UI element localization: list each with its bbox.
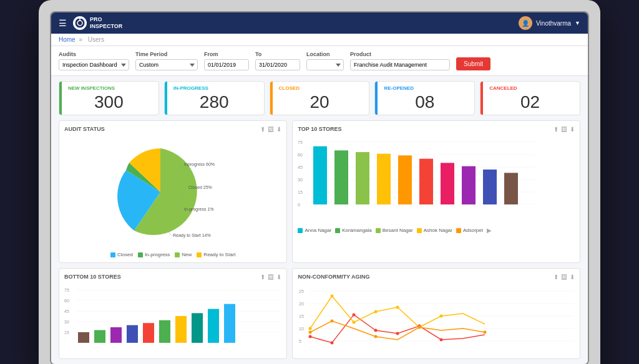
- from-filter: From: [204, 51, 249, 70]
- top10-legend: Anna Nagar Koramangala Besant Nagar Asho…: [298, 227, 575, 234]
- pie-chart-svg: Inprogress 60% Closed 25% In-progress 1%…: [92, 136, 254, 248]
- user-name-label: Vinothvarma: [536, 20, 571, 27]
- stat-title-in-progress: IN-PROGRESS: [170, 85, 259, 91]
- bottom10-title: BOTTOM 10 STORES: [64, 274, 281, 280]
- svg-text:15: 15: [64, 330, 69, 335]
- legend-closed-dot: [110, 252, 115, 257]
- top10-upload-icon[interactable]: ⬆: [554, 126, 559, 133]
- bottom10-download-icon[interactable]: ⬇: [276, 274, 281, 280]
- stat-card-re-opened: RE-OPENED 08: [374, 81, 475, 115]
- stat-title-canceled: CANCELED: [485, 85, 575, 91]
- svg-point-49: [440, 338, 443, 342]
- svg-point-52: [353, 321, 356, 324]
- stat-card-in-progress: IN-PROGRESS 280: [164, 81, 265, 115]
- bottom10-bar-2: [110, 327, 122, 343]
- legend-new-label: New: [182, 252, 192, 257]
- audit-status-title: AUDIT STATUS: [64, 126, 281, 132]
- location-label: Location: [306, 51, 344, 57]
- top10-bar-7: [462, 166, 476, 204]
- bottom10-upload-icon[interactable]: ⬆: [260, 274, 265, 280]
- nc-download-icon[interactable]: ⬇: [570, 274, 575, 280]
- product-label: Product: [350, 51, 450, 57]
- header-right: 👤 Vinothvarma ▼: [519, 16, 580, 30]
- stat-card-closed: CLOSED 20: [270, 81, 370, 115]
- svg-point-57: [309, 331, 312, 334]
- nc-image-icon[interactable]: 🖼: [561, 274, 567, 280]
- top10-bar-6: [441, 163, 454, 204]
- svg-text:30: 30: [298, 178, 303, 182]
- image-icon[interactable]: 🖼: [268, 126, 274, 133]
- svg-text:75: 75: [298, 140, 303, 145]
- svg-text:Ready to Start 14%: Ready to Start 14%: [173, 233, 211, 238]
- logo-text: PRO INSPECTOR: [90, 16, 122, 30]
- top10-download-icon[interactable]: ⬇: [570, 126, 575, 133]
- legend-inprogress-label: In-progress: [145, 252, 170, 257]
- breadcrumb-current: Users: [88, 36, 104, 43]
- svg-point-58: [331, 320, 334, 323]
- download-icon[interactable]: ⬇: [276, 126, 281, 133]
- stat-title-new-inspections: NEW INSPECTIONS: [64, 85, 154, 91]
- to-filter: To: [255, 51, 300, 70]
- svg-point-61: [484, 331, 487, 334]
- stat-value-re-opened: 08: [380, 93, 469, 111]
- location-filter: Location: [306, 51, 344, 70]
- bottom10-bar-1: [94, 330, 105, 343]
- stat-title-re-opened: RE-OPENED: [380, 85, 469, 91]
- filters-bar: Audits Inspection Dashboard Time Period …: [51, 46, 588, 76]
- legend-new: New: [175, 252, 192, 257]
- submit-button[interactable]: Submit: [456, 57, 490, 70]
- stat-value-new-inspections: 300: [64, 93, 154, 111]
- bottom10-bar-6: [175, 316, 187, 343]
- svg-point-43: [309, 335, 312, 338]
- svg-text:15: 15: [299, 314, 304, 318]
- stat-value-in-progress: 280: [170, 93, 259, 111]
- svg-point-51: [331, 295, 334, 298]
- nc-title: NON-CONFORMITY AGING: [298, 274, 575, 280]
- user-avatar: 👤: [519, 16, 532, 30]
- stats-row: NEW INSPECTIONS 300 IN-PROGRESS 280 CLOS…: [51, 76, 588, 120]
- time-period-select[interactable]: Custom: [135, 59, 198, 70]
- legend-ready-dot: [197, 252, 202, 257]
- pie-chart-container: Inprogress 60% Closed 25% In-progress 1%…: [64, 136, 281, 257]
- nc-upload-icon[interactable]: ⬆: [554, 274, 559, 280]
- product-input[interactable]: [350, 59, 450, 70]
- bottom10-bar-0: [78, 332, 89, 343]
- svg-text:45: 45: [298, 165, 303, 170]
- svg-point-46: [374, 329, 378, 332]
- svg-text:60: 60: [298, 153, 303, 157]
- audits-select[interactable]: Inspection Dashboard: [59, 59, 129, 70]
- bottom10-bar-8: [208, 309, 219, 343]
- top10-stores-panel: ⬆ 🖼 ⬇ TOP 10 STORES 75604530150 Anna Nag…: [292, 120, 580, 263]
- stat-value-canceled: 02: [485, 93, 575, 111]
- svg-text:0: 0: [298, 203, 300, 207]
- bottom10-image-icon[interactable]: 🖼: [268, 274, 274, 280]
- breadcrumb-home[interactable]: Home: [59, 36, 76, 43]
- location-select[interactable]: [306, 59, 344, 70]
- top10-bar-5: [419, 159, 433, 204]
- svg-point-54: [396, 306, 399, 309]
- svg-text:25: 25: [299, 289, 304, 294]
- svg-point-59: [374, 335, 378, 338]
- top10-bar-0: [313, 146, 327, 204]
- top10-bar-1: [334, 150, 348, 204]
- top10-actions: ⬆ 🖼 ⬇: [554, 126, 575, 133]
- svg-point-45: [353, 314, 356, 317]
- bottom10-bar-3: [127, 325, 138, 343]
- logo-icon: [73, 16, 87, 30]
- top10-svg: 75604530150: [298, 136, 575, 223]
- top10-bar-4: [398, 155, 412, 204]
- bottom10-panel: ⬆ 🖼 ⬇ BOTTOM 10 STORES 7560453015: [59, 268, 287, 359]
- user-dropdown-arrow[interactable]: ▼: [575, 20, 580, 26]
- from-input[interactable]: [204, 59, 249, 70]
- svg-point-47: [396, 332, 399, 335]
- stat-title-closed: CLOSED: [275, 85, 364, 91]
- logo-area: PRO INSPECTOR: [73, 16, 122, 30]
- top10-image-icon[interactable]: 🖼: [561, 126, 567, 133]
- svg-point-44: [331, 342, 334, 345]
- legend-closed-label: Closed: [117, 252, 133, 257]
- hamburger-menu[interactable]: ☰: [59, 18, 67, 28]
- to-input[interactable]: [255, 59, 300, 70]
- nc-yellow-line: [310, 296, 485, 328]
- upload-icon[interactable]: ⬆: [260, 126, 265, 133]
- time-period-filter: Time Period Custom: [135, 51, 198, 70]
